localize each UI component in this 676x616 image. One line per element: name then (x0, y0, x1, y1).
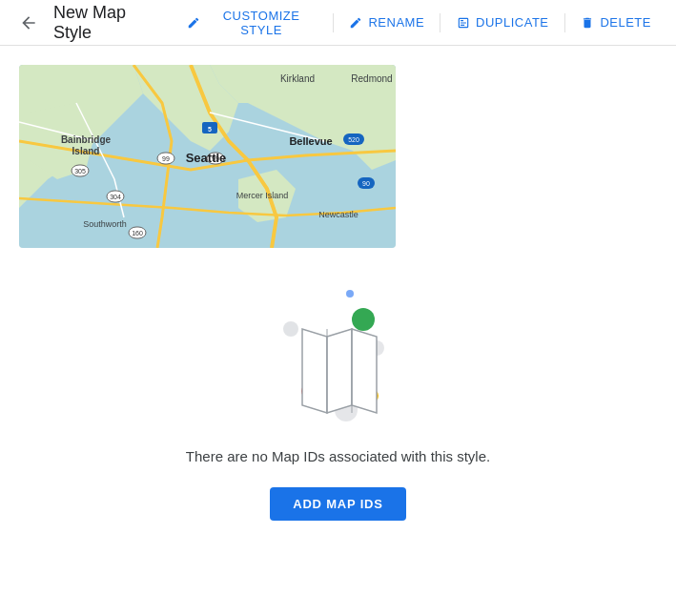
svg-text:Seattle: Seattle (186, 151, 227, 165)
svg-text:Redmond: Redmond (351, 73, 392, 84)
main-content: 5 99 99 90 520 304 305 160 Bainbridge Is… (0, 46, 676, 540)
svg-text:Newcastle: Newcastle (318, 210, 358, 219)
svg-text:5: 5 (208, 126, 212, 133)
header-actions: CUSTOMIZE STYLE RENAME DUPLICATE (177, 3, 661, 43)
back-button[interactable] (15, 10, 42, 36)
svg-point-33 (283, 321, 298, 337)
rename-label: RENAME (368, 15, 424, 30)
page-title: New Map Style (53, 3, 166, 43)
rename-button[interactable]: RENAME (338, 10, 434, 36)
divider (333, 13, 334, 32)
svg-point-32 (346, 290, 354, 298)
rename-icon (348, 15, 363, 31)
empty-state: There are no Map IDs associated with thi… (19, 248, 657, 540)
svg-text:Bellevue: Bellevue (289, 135, 332, 147)
trash-icon (580, 15, 595, 31)
duplicate-icon (456, 15, 471, 31)
svg-text:304: 304 (110, 194, 121, 200)
header: New Map Style CUSTOMIZE STYLE RENAME (0, 0, 676, 46)
pencil-icon (187, 15, 201, 31)
duplicate-label: DUPLICATE (476, 15, 549, 30)
svg-text:Mercer Island: Mercer Island (236, 191, 289, 200)
map-preview: 5 99 99 90 520 304 305 160 Bainbridge Is… (19, 65, 396, 248)
svg-text:Southworth: Southworth (83, 219, 127, 229)
delete-label: DELETE (600, 15, 651, 30)
svg-text:Island: Island (72, 146, 100, 156)
customize-style-label: CUSTOMIZE STYLE (206, 9, 318, 37)
svg-text:160: 160 (132, 230, 143, 236)
svg-text:99: 99 (162, 155, 170, 162)
no-map-ids-message: There are no Map IDs associated with thi… (186, 448, 490, 464)
divider3 (564, 13, 565, 32)
svg-text:Bainbridge: Bainbridge (61, 134, 112, 145)
svg-text:90: 90 (362, 180, 370, 187)
add-map-ids-button[interactable]: ADD MAP IDS (270, 487, 406, 521)
duplicate-button[interactable]: DUPLICATE (446, 10, 559, 36)
customize-style-button[interactable]: CUSTOMIZE STYLE (177, 3, 327, 43)
svg-text:305: 305 (74, 168, 86, 175)
svg-text:520: 520 (348, 136, 359, 143)
map-illustration (262, 277, 415, 429)
svg-text:Kirkland: Kirkland (280, 73, 315, 84)
svg-point-34 (352, 308, 375, 331)
divider2 (440, 13, 440, 32)
delete-button[interactable]: DELETE (570, 10, 661, 36)
